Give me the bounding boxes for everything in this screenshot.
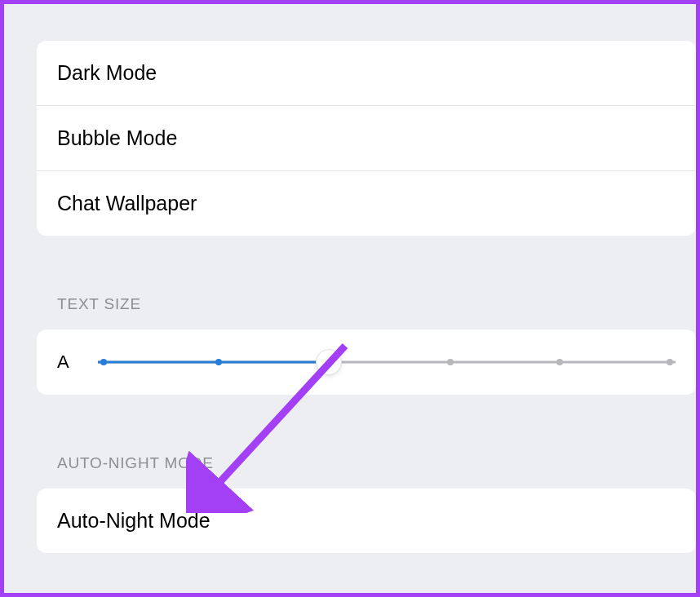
slider-tick <box>556 359 563 365</box>
text-size-small-label: A <box>57 352 69 373</box>
slider-track-filled <box>98 361 329 364</box>
bubble-mode-label: Bubble Mode <box>57 126 177 149</box>
slider-tick <box>667 359 673 365</box>
dark-mode-label: Dark Mode <box>57 61 157 84</box>
auto-night-mode-label: Auto-Night Mode <box>57 509 210 532</box>
chat-wallpaper-row[interactable]: Chat Wallpaper <box>37 171 696 236</box>
bubble-mode-row[interactable]: Bubble Mode <box>37 106 696 171</box>
slider-thumb[interactable] <box>316 349 342 375</box>
dark-mode-row[interactable]: Dark Mode <box>37 41 696 106</box>
chat-wallpaper-label: Chat Wallpaper <box>57 192 197 214</box>
text-size-header: TEXT SIZE <box>57 295 696 313</box>
auto-night-header: AUTO-NIGHT MODE <box>57 454 696 472</box>
auto-night-section: Auto-Night Mode <box>37 489 696 553</box>
text-size-slider-row: A <box>37 329 696 395</box>
auto-night-mode-row[interactable]: Auto-Night Mode <box>37 489 696 553</box>
slider-tick <box>100 359 107 365</box>
slider-tick <box>215 359 222 365</box>
appearance-section: Dark Mode Bubble Mode Chat Wallpaper <box>37 41 696 236</box>
slider-tick <box>447 359 454 365</box>
text-size-slider[interactable] <box>98 350 676 374</box>
